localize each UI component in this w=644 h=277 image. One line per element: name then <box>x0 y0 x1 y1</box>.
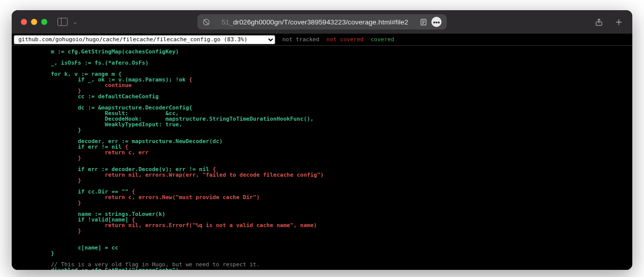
close-window-button[interactable] <box>21 19 27 25</box>
address-bar[interactable]: 51_dr026gh0000gn/T/cover3895943223/cover… <box>197 14 447 30</box>
extensions-icon[interactable]: ••• <box>431 17 442 27</box>
code-line: } <box>24 127 81 133</box>
fullscreen-window-button[interactable] <box>41 19 47 25</box>
reader-mode-icon[interactable] <box>420 18 427 26</box>
code-line: disabled := cfg.GetBool("ignoreCache") <box>24 267 179 270</box>
code-line: } <box>24 250 54 257</box>
chevron-down-icon[interactable]: ⌄ <box>73 19 77 25</box>
titlebar: ⌄ 51_dr026gh0000gn/T/cover3895943223/cov… <box>12 10 632 34</box>
code-line: _, isOsFs := fs.(*afero.OsFs) <box>24 60 149 66</box>
legend-covered: covered <box>371 36 394 43</box>
toolbar-right <box>595 18 623 26</box>
url-text: 51_dr026gh0000gn/T/cover3895943223/cover… <box>214 18 416 26</box>
code-line: } <box>24 200 81 206</box>
share-icon[interactable] <box>595 18 603 26</box>
code-line: } <box>24 155 81 161</box>
privacy-report-icon[interactable] <box>202 18 210 26</box>
code-line-tail: { <box>189 76 193 83</box>
code-block: m := cfg.GetStringMap(cachesConfigKey) _… <box>12 49 632 270</box>
code-line: } <box>24 177 81 184</box>
code-scroll-area[interactable]: m := cfg.GetStringMap(cachesConfigKey) _… <box>12 46 632 270</box>
file-select[interactable]: github.com/gohugoio/hugo/cache/filecache… <box>14 35 275 44</box>
browser-window: ⌄ 51_dr026gh0000gn/T/cover3895943223/cov… <box>12 10 632 270</box>
code-line: m := cfg.GetStringMap(cachesConfigKey) <box>24 48 179 55</box>
new-tab-icon[interactable] <box>614 18 623 26</box>
code-line: cc := defaultCacheConfig <box>24 93 159 100</box>
sidebar-toggle-icon[interactable] <box>57 18 68 26</box>
legend-not-covered: not covered <box>327 36 364 43</box>
minimize-window-button[interactable] <box>31 19 37 25</box>
coverage-toolbar: github.com/gohugoio/hugo/cache/filecache… <box>12 34 632 46</box>
legend-not-tracked: not tracked <box>282 36 319 43</box>
legend: not tracked not covered covered <box>282 36 394 43</box>
code-line: } <box>24 228 81 234</box>
window-controls <box>21 19 47 25</box>
